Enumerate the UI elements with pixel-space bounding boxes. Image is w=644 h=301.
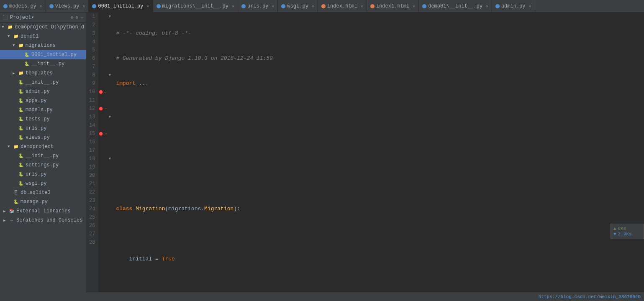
download-arrow-icon: ▼ [613, 232, 616, 237]
sidebar-item-label: tests.py [26, 116, 50, 122]
py-file-icon: 🐍 [18, 153, 24, 159]
sidebar-item-label: settings.py [26, 162, 59, 168]
sidebar-item-label: db.sqlite3 [21, 190, 51, 196]
sidebar-item-manage[interactable]: 🐍 manage.py [0, 197, 86, 207]
sidebar-item-admin[interactable]: 🐍 admin.py [0, 87, 86, 96]
sidebar-item-external-libs[interactable]: ▶ 📚 External Libraries [0, 207, 86, 216]
tab-index-html[interactable]: index.html ✕ [318, 0, 367, 13]
fold-arrow-1[interactable]: ▼ [109, 15, 111, 19]
py-file-icon: 🐍 [18, 79, 24, 85]
py-file-icon: 🐍 [23, 52, 30, 58]
sidebar-item-scratches[interactable]: ▶ ✏ Scratches and Consoles [0, 216, 86, 225]
py-icon [3, 4, 8, 8]
tab-views-py[interactable]: views.py ✕ [46, 0, 89, 13]
net-download-row: ▼ 2.9Ks [613, 232, 641, 237]
breakpoint-10[interactable]: → [98, 88, 107, 96]
tab-0001-initial-py[interactable]: 0001_initial.py ✕ [89, 0, 153, 13]
sidebar-item-demoproject[interactable]: ▼ 📁 demoproject [0, 142, 86, 151]
tab-wsgi-py[interactable]: wsgi.py ✕ [278, 0, 318, 13]
fold-arrow-18[interactable]: ▼ [109, 157, 111, 161]
sidebar-item-label: 0001_initial.py [31, 52, 77, 58]
sidebar-item-label: demoproject [21, 144, 54, 150]
tab-close-icon[interactable]: ✕ [40, 4, 42, 9]
tab-close-icon[interactable]: ✕ [361, 4, 363, 9]
sidebar-item-urls[interactable]: 🐍 urls.py [0, 124, 86, 133]
tab-label: admin.py [501, 3, 526, 9]
sidebar-item-tests[interactable]: 🐍 tests.py [0, 115, 86, 124]
tab-close-icon[interactable]: ✕ [486, 4, 488, 9]
sidebar-item-label: admin.py [26, 89, 50, 94]
tab-urls-py[interactable]: urls.py ✕ [238, 0, 278, 13]
sidebar: ⬛ Project▾ ⊕ ⚙ — ▼ 📁 demoproject D:\pyth… [0, 13, 86, 301]
download-speed: 2.9Ks [618, 232, 632, 237]
code-line-8: class Migration(migrations.Migration): [116, 205, 644, 213]
net-upload-row: ▲ 0Ks [613, 226, 641, 231]
py-file-icon: 🐍 [18, 125, 24, 131]
status-bar: https://blog.csdn.net/weixin_38676040 [86, 292, 644, 301]
py-file-icon: 🐍 [18, 135, 24, 140]
code-line-3: import ... [116, 79, 644, 88]
expand-arrow-icon: ▼ [13, 43, 18, 48]
tab-close-icon[interactable]: ✕ [312, 4, 314, 9]
py-icon [422, 4, 426, 8]
code-line-6 [116, 155, 644, 163]
sidebar-item-init-migrations[interactable]: 🐍 __init__.py [0, 59, 86, 69]
gutter-icons: → → → [98, 13, 107, 292]
fold-arrow-8[interactable]: ▼ [109, 73, 111, 77]
code-container[interactable]: 1234 5678 9101112 13141516 17181920 2122… [86, 13, 644, 292]
sidebar-item-demo01[interactable]: ▼ 📁 demo01 [0, 32, 86, 41]
code-line-11 [116, 280, 644, 288]
project-header: ⬛ Project▾ ⊕ ⚙ — [0, 13, 86, 23]
sidebar-item-urls-demo[interactable]: 🐍 urls.py [0, 170, 86, 179]
sidebar-item-apps[interactable]: 🐍 apps.py [0, 96, 86, 105]
code-line-10: initial = True [116, 255, 644, 263]
tab-label: wsgi.py [287, 3, 308, 9]
sidebar-item-templates[interactable]: ▶ 📁 templates [0, 69, 86, 78]
tab-close-icon[interactable]: ✕ [232, 4, 234, 9]
tab-models-py[interactable]: models.py ✕ [0, 0, 46, 13]
tab-close-icon[interactable]: ✕ [82, 4, 85, 9]
tab-index1-html[interactable]: index1.html ✕ [367, 0, 419, 13]
code-content[interactable]: # -*- coding: utf-8 -*- # Generated by D… [113, 13, 644, 292]
fold-arrow-13[interactable]: ▼ [109, 115, 111, 119]
html-icon [321, 4, 326, 8]
sidebar-item-0001-initial[interactable]: 🐍 0001_initial.py [0, 50, 86, 59]
sidebar-item-init-demo01[interactable]: 🐍 __init__.py [0, 78, 86, 87]
tab-close-icon[interactable]: ✕ [413, 4, 415, 9]
tab-migrations-init-py[interactable]: migrations\__init__.py ✕ [153, 0, 238, 13]
py-icon [49, 4, 54, 8]
tab-admin-py[interactable]: admin.py ✕ [492, 0, 535, 13]
sidebar-item-settings[interactable]: 🐍 settings.py [0, 161, 86, 170]
upload-arrow-icon: ▲ [613, 226, 616, 231]
sidebar-item-label: wsgi.py [26, 181, 46, 186]
status-url: https://blog.csdn.net/weixin_38676040 [539, 294, 641, 299]
sidebar-item-wsgi[interactable]: 🐍 wsgi.py [0, 179, 86, 188]
sidebar-item-label: urls.py [26, 171, 46, 177]
sidebar-item-label: __init__.py [31, 61, 64, 67]
editor-area: 1234 5678 9101112 13141516 17181920 2122… [86, 13, 644, 301]
sidebar-item-models[interactable]: 🐍 models.py [0, 105, 86, 115]
tab-close-icon[interactable]: ✕ [529, 4, 531, 9]
tab-close-icon[interactable]: ✕ [147, 4, 149, 9]
sidebar-item-root[interactable]: ▼ 📁 demoproject D:\python_d [0, 23, 86, 32]
sidebar-item-label: demo01 [21, 33, 38, 39]
current-line-arrow-icon: → [104, 89, 107, 94]
sidebar-item-label: migrations [26, 43, 56, 48]
sidebar-item-db[interactable]: 🗄 db.sqlite3 [0, 188, 86, 197]
sidebar-item-label: __init__.py [26, 153, 59, 159]
tab-label: 0001_initial.py [98, 3, 143, 9]
sidebar-item-migrations[interactable]: ▼ 📁 migrations [0, 41, 86, 50]
tab-label: models.py [9, 3, 36, 9]
tab-demo01-init-py[interactable]: demo01\__init__.py ✕ [419, 0, 492, 13]
sidebar-item-views[interactable]: 🐍 views.py [0, 133, 86, 142]
sidebar-item-init-demoproject[interactable]: 🐍 __init__.py [0, 151, 86, 161]
breakpoint-12[interactable]: → [98, 105, 107, 113]
tab-close-icon[interactable]: ✕ [272, 4, 274, 9]
breakpoint-15[interactable]: → [98, 130, 107, 138]
tab-label: views.py [55, 3, 80, 9]
breakpoint-icon [99, 90, 103, 94]
tab-label: demo01\__init__.py [428, 3, 482, 9]
py-file-icon: 🐍 [13, 199, 19, 205]
folder-icon: 📁 [13, 144, 19, 150]
py-file-icon: 🐍 [23, 61, 30, 67]
